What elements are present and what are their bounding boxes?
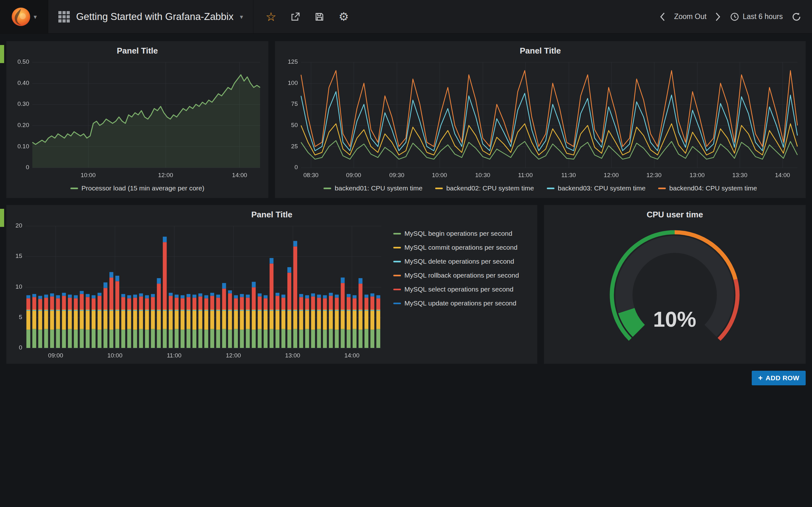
panel-cpu-system-time: Panel Title backend01: CPU system time b… [275,41,806,198]
legend-color-swatch [547,187,554,189]
refresh-button[interactable] [792,12,801,21]
panel-title[interactable]: Panel Title [9,44,266,58]
chevron-left-icon [659,12,665,21]
legend-color-swatch [658,187,666,189]
share-icon [290,12,300,22]
grafana-logo-button[interactable]: ▾ [0,0,48,33]
dashboard-title-button[interactable]: Getting Started with Grafana-Zabbix ▾ [48,0,253,33]
legend-item[interactable]: backend04: CPU system time [658,184,757,192]
legend-color-swatch [393,289,401,290]
legend: Processor load (15 min average per core) [9,181,266,195]
chevron-down-icon: ▾ [240,13,243,20]
legend-color-swatch [323,187,331,189]
legend-label: MySQL rollback operations per second [404,272,519,279]
legend-item[interactable]: Processor load (15 min average per core) [70,184,205,192]
star-button[interactable]: ☆ [265,11,276,23]
zoom-out-button[interactable]: Zoom Out [674,12,706,21]
legend-item[interactable]: MySQL rollback operations per second [393,272,532,279]
gear-icon: ⚙ [339,11,349,22]
row-toggle-handle[interactable] [0,209,4,227]
legend-label: MySQL delete operations per second [404,258,514,265]
legend-label: MySQL commit operations per second [404,244,517,251]
legend-label: MySQL update operations per second [404,299,516,307]
legend-label: Processor load (15 min average per core) [82,184,205,192]
time-shift-forward-button[interactable] [715,12,721,21]
legend: MySQL begin operations per second MySQL … [386,222,535,361]
legend-item[interactable]: MySQL update operations per second [393,299,532,307]
time-range-label: Last 6 hours [743,12,783,21]
legend-label: backend04: CPU system time [669,184,757,192]
dashboard-row-2: Panel Title MySQL begin operations per s… [6,205,806,364]
legend-color-swatch [70,187,78,189]
legend-color-swatch [393,275,401,276]
legend-label: backend02: CPU system time [446,184,534,192]
legend-label: backend03: CPU system time [558,184,646,192]
time-shift-back-button[interactable] [659,12,665,21]
panel-cpu-user-time-gauge: CPU user time 10% [544,205,806,364]
save-button[interactable] [314,12,324,22]
plus-icon: + [758,374,763,382]
cpu-user-time-gauge: 10% [547,222,803,361]
legend-color-swatch [393,302,401,304]
legend-item[interactable]: backend01: CPU system time [323,184,422,192]
panel-title[interactable]: Panel Title [9,208,535,222]
legend-item[interactable]: backend03: CPU system time [547,184,646,192]
legend-label: backend01: CPU system time [335,184,422,192]
panel-processor-load: Panel Title Processor load (15 min avera… [6,41,268,198]
chevron-right-icon [715,12,721,21]
navbar: ▾ Getting Started with Grafana-Zabbix ▾ … [0,0,812,34]
dashboard-actions: ☆ ⚙ [253,0,361,33]
dashboard-title: Getting Started with Grafana-Zabbix [76,11,234,22]
legend-item[interactable]: MySQL delete operations per second [393,258,532,265]
add-row-bar: + ADD ROW [6,371,806,385]
share-button[interactable] [290,12,300,22]
time-range-button[interactable]: Last 6 hours [730,12,783,21]
svg-text:10%: 10% [653,307,696,331]
dashboard-body: Panel Title Processor load (15 min avera… [0,34,812,385]
clock-icon [730,12,740,21]
grafana-logo-icon [11,7,31,26]
legend-label: MySQL begin operations per second [404,230,512,237]
dashboard-row-1: Panel Title Processor load (15 min avera… [6,41,806,198]
legend-label: MySQL select operations per second [404,285,513,293]
legend-item[interactable]: MySQL begin operations per second [393,230,532,237]
legend: backend01: CPU system time backend02: CP… [277,181,803,195]
legend-color-swatch [393,261,401,262]
dashboard-grid-icon [58,11,70,22]
legend-color-swatch [393,233,401,234]
star-icon: ☆ [265,11,276,23]
legend-item[interactable]: MySQL commit operations per second [393,244,532,251]
chevron-down-icon: ▾ [34,13,37,20]
legend-item[interactable]: MySQL select operations per second [393,285,532,293]
legend-color-swatch [393,247,401,248]
panel-mysql-operations: Panel Title MySQL begin operations per s… [6,205,537,364]
legend-item[interactable]: backend02: CPU system time [435,184,534,192]
save-icon [314,12,324,22]
time-controls: Zoom Out Last 6 hours [659,12,812,21]
mysql-operations-chart[interactable] [9,222,386,361]
legend-color-swatch [435,187,443,189]
panel-title[interactable]: CPU user time [547,208,803,222]
add-row-button[interactable]: + ADD ROW [752,371,806,385]
panel-title[interactable]: Panel Title [277,44,803,58]
processor-load-chart[interactable] [9,58,266,181]
settings-button[interactable]: ⚙ [339,11,349,22]
refresh-icon [792,12,801,21]
row-toggle-handle[interactable] [0,45,4,63]
cpu-system-time-chart[interactable] [277,58,803,181]
